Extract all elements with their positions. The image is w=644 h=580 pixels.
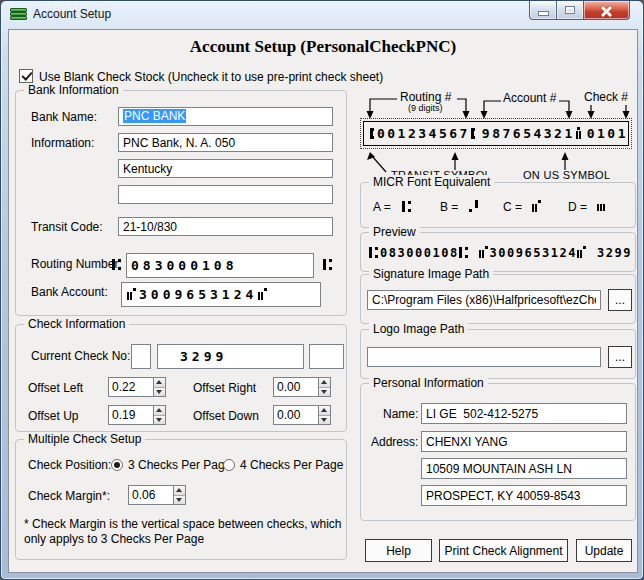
check-margin-value[interactable] bbox=[129, 486, 173, 504]
micr-font-equivalent-group: MICR Font Equivalent A = B = C = D = bbox=[360, 182, 636, 228]
preview-group: Preview 08300010830096531243299 bbox=[360, 232, 636, 272]
routing-digits-note: (9 digits) bbox=[408, 103, 443, 113]
check-no-suffix-box[interactable] bbox=[309, 344, 344, 369]
check-margin-stepper[interactable] bbox=[128, 485, 186, 505]
print-check-alignment-button[interactable]: Print Check Alignment bbox=[439, 539, 568, 562]
offset-right-stepper[interactable] bbox=[273, 377, 331, 397]
micr-field-map: Routing # (9 digits) Account # Check # 0… bbox=[360, 90, 636, 182]
radio-3-checks-label: 3 Checks Per Page bbox=[128, 458, 231, 472]
help-button[interactable]: Help bbox=[365, 539, 432, 562]
window-title: Account Setup bbox=[33, 7, 111, 21]
name-input[interactable] bbox=[421, 403, 627, 424]
check-margin-up-icon[interactable] bbox=[174, 486, 185, 496]
onus-symbol-caption: ON US SYMBOL bbox=[523, 169, 610, 181]
micr-font-equivalent-title: MICR Font Equivalent bbox=[369, 175, 494, 189]
signature-browse-button[interactable]: ... bbox=[608, 289, 632, 311]
micr-d-symbol bbox=[596, 200, 609, 213]
address-line1-input[interactable] bbox=[421, 431, 627, 452]
radio-3-checks-per-page[interactable] bbox=[111, 459, 123, 471]
logo-browse-button[interactable]: ... bbox=[608, 346, 632, 368]
bank-account-input[interactable]: 3009653124 bbox=[121, 282, 321, 307]
maximize-button[interactable] bbox=[557, 1, 584, 20]
preview-micr-line: 08300010830096531243299 bbox=[369, 246, 632, 259]
personal-information-group: Personal Information Name: Address: bbox=[360, 383, 636, 521]
window: Account Setup Account Setup (PersonalChe… bbox=[0, 0, 644, 580]
offset-up-stepper[interactable] bbox=[108, 405, 166, 425]
maximize-icon bbox=[565, 6, 575, 14]
check-information-group: Check Information Current Check No: 3299… bbox=[15, 324, 347, 432]
micr-sample-box: 0012345679876543210101 bbox=[360, 118, 632, 149]
transit-code-input[interactable] bbox=[118, 217, 333, 236]
offset-left-down-icon[interactable] bbox=[154, 388, 165, 397]
titlebar[interactable]: Account Setup bbox=[1, 1, 643, 29]
page-title: Account Setup (PersonalCheckPNC) bbox=[9, 37, 637, 57]
signature-image-path-group: Signature Image Path ... bbox=[360, 274, 636, 324]
minimize-button[interactable] bbox=[529, 1, 557, 20]
offset-up-down-icon[interactable] bbox=[154, 416, 165, 425]
routing-number-input[interactable]: 083000108 bbox=[126, 253, 314, 278]
routing-number-label: Routing Number: bbox=[31, 257, 122, 271]
bank-information-group: Bank Information Bank Name: PNC BANK Inf… bbox=[15, 90, 347, 316]
offset-up-label: Offset Up bbox=[28, 409, 78, 423]
current-check-label: Current Check No: bbox=[31, 349, 130, 363]
check-information-title: Check Information bbox=[24, 317, 129, 331]
signature-path-input[interactable] bbox=[367, 290, 601, 310]
app-icon bbox=[10, 8, 27, 22]
current-check-no-input[interactable]: 3299 bbox=[157, 344, 304, 369]
offset-down-up-icon[interactable] bbox=[319, 406, 330, 416]
offset-left-up-icon[interactable] bbox=[154, 378, 165, 388]
update-button[interactable]: Update bbox=[576, 539, 632, 562]
logo-path-input[interactable] bbox=[367, 347, 601, 367]
offset-right-label: Offset Right bbox=[193, 381, 256, 395]
routing-transit-symbol-right bbox=[322, 258, 335, 271]
multiple-check-setup-group: Multiple Check Setup Check Position: 3 C… bbox=[15, 439, 347, 560]
bank-name-selected-text: PNC BANK bbox=[123, 109, 186, 123]
offset-left-value[interactable] bbox=[109, 378, 153, 396]
offset-up-value[interactable] bbox=[109, 406, 153, 424]
bank-info-line3-input[interactable] bbox=[118, 185, 333, 204]
micr-a-label: A = bbox=[373, 200, 391, 214]
offset-right-up-icon[interactable] bbox=[319, 378, 330, 388]
radio-4-checks-per-page[interactable] bbox=[223, 459, 235, 471]
bank-name-input[interactable]: PNC BANK bbox=[118, 107, 333, 126]
logo-image-path-title: Logo Image Path bbox=[369, 322, 468, 336]
address-line2-input[interactable] bbox=[421, 458, 627, 479]
check-margin-label: Check Margin*: bbox=[28, 489, 110, 503]
micr-c-symbol bbox=[531, 200, 544, 213]
personal-information-title: Personal Information bbox=[369, 376, 488, 390]
radio-4-checks-label: 4 Checks Per Page bbox=[240, 458, 343, 472]
check-margin-note-line2: only applys to 3 Checks Per Page bbox=[24, 532, 204, 546]
bank-info-line2-input[interactable] bbox=[118, 159, 333, 178]
micr-c-label: C = bbox=[503, 200, 522, 214]
check-margin-down-icon[interactable] bbox=[174, 496, 185, 505]
offset-up-up-icon[interactable] bbox=[154, 406, 165, 416]
check-no-prefix-box[interactable] bbox=[131, 344, 151, 369]
check-position-label: Check Position: bbox=[28, 458, 111, 472]
micr-b-label: B = bbox=[440, 200, 458, 214]
offset-down-down-icon[interactable] bbox=[319, 416, 330, 425]
close-icon bbox=[601, 5, 612, 16]
blank-stock-checkbox[interactable] bbox=[19, 69, 33, 83]
micr-sample-line: 0012345679876543210101 bbox=[363, 121, 629, 146]
offset-down-label: Offset Down bbox=[193, 409, 259, 423]
address-label: Address: bbox=[371, 435, 418, 449]
blank-stock-label: Use Blank Check Stock (Uncheck it to use… bbox=[39, 70, 383, 84]
offset-right-value[interactable] bbox=[274, 378, 318, 396]
logo-image-path-group: Logo Image Path ... bbox=[360, 329, 636, 379]
address-line3-input[interactable] bbox=[421, 485, 627, 506]
routing-transit-symbol-left bbox=[111, 258, 124, 271]
preview-title: Preview bbox=[369, 225, 420, 239]
information-label: Information: bbox=[31, 136, 94, 150]
bank-info-line1-input[interactable] bbox=[118, 133, 333, 152]
offset-left-stepper[interactable] bbox=[108, 377, 166, 397]
dialog-body: Account Setup (PersonalCheckPNC) Use Bla… bbox=[8, 29, 638, 573]
offset-down-stepper[interactable] bbox=[273, 405, 331, 425]
offset-right-down-icon[interactable] bbox=[319, 388, 330, 397]
check-hash-label: Check # bbox=[584, 90, 628, 104]
offset-down-value[interactable] bbox=[274, 406, 318, 424]
close-button[interactable] bbox=[584, 1, 630, 20]
micr-d-label: D = bbox=[568, 200, 587, 214]
transit-code-label: Transit Code: bbox=[31, 220, 103, 234]
minimize-icon bbox=[539, 12, 548, 15]
bank-name-label: Bank Name: bbox=[31, 110, 97, 124]
